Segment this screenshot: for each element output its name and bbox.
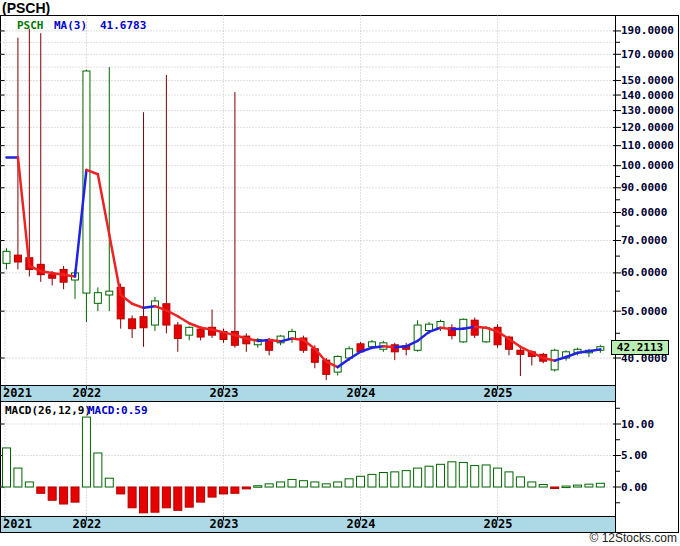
ma-segment xyxy=(395,346,406,347)
macd-bar-positive xyxy=(311,482,319,487)
macd-bar-positive xyxy=(322,484,330,487)
macd-bar-positive xyxy=(334,482,342,487)
ma-segment xyxy=(41,271,52,273)
macd-bar-positive xyxy=(448,462,456,487)
ma-segment xyxy=(178,316,189,323)
macd-bar-positive xyxy=(277,482,285,487)
ma-segment xyxy=(589,349,600,351)
macd-bar-positive xyxy=(368,474,376,487)
macd-bar-positive xyxy=(562,486,570,488)
candle-down xyxy=(14,255,21,262)
legend-ma-label: MA(3) xyxy=(54,19,87,32)
candle-down xyxy=(517,350,524,354)
candle-up xyxy=(483,328,490,342)
macd-bar-negative xyxy=(197,487,205,502)
ma-segment xyxy=(52,273,63,275)
macd-bar-positive xyxy=(299,481,307,487)
macd-bar-positive xyxy=(471,466,479,487)
macd-bar-positive xyxy=(288,479,296,487)
macd-pane-frame xyxy=(1,402,616,517)
ma-segment xyxy=(372,346,383,347)
year-label: 2023 xyxy=(209,386,238,401)
macd-bar-negative xyxy=(37,487,45,493)
ma-segment xyxy=(269,340,280,341)
macd-bar-positive xyxy=(82,417,90,487)
ma-segment xyxy=(18,157,29,266)
ma-segment xyxy=(578,351,589,353)
macd-bar-negative xyxy=(174,487,182,510)
stock-chart-screenshot: (PSCH) PSCH MA(3) 41.6783 MACD(26,12,9) … xyxy=(0,0,680,546)
candle-down xyxy=(163,304,170,325)
legend-symbol: PSCH xyxy=(17,19,44,32)
macd-bar-negative xyxy=(231,487,239,493)
macd-bar-negative xyxy=(117,487,125,494)
macd-axis-label: 0.00 xyxy=(621,482,648,493)
macd-bar-positive xyxy=(516,477,524,487)
candle-up xyxy=(368,342,375,347)
ma-segment xyxy=(383,346,394,347)
macd-bar-positive xyxy=(14,468,22,487)
macd-bar-negative xyxy=(48,487,56,500)
ma-segment xyxy=(144,306,155,308)
ma-segment xyxy=(98,174,109,234)
ma-segment xyxy=(292,338,303,339)
candle-up xyxy=(426,324,433,330)
macd-bar-positive xyxy=(3,448,11,487)
chart-canvas xyxy=(0,0,680,546)
price-axis-label: 100.0000 xyxy=(621,160,674,171)
price-axis-label: 110.0000 xyxy=(621,140,674,151)
year-label: 2024 xyxy=(347,517,376,532)
macd-legend-value: MACD:0.59 xyxy=(88,404,148,417)
price-axis-label: 170.0000 xyxy=(621,49,674,60)
ma-segment xyxy=(475,327,486,328)
price-axis-label: 120.0000 xyxy=(621,122,674,133)
macd-bar-negative xyxy=(551,487,559,489)
candle-up xyxy=(151,301,158,325)
year-label: 2024 xyxy=(347,386,376,401)
price-axis-label: 140.0000 xyxy=(621,90,674,101)
macd-bar-negative xyxy=(162,487,170,508)
candle-down xyxy=(140,317,147,328)
macd-bar-positive xyxy=(94,453,102,487)
year-label: 2021 xyxy=(3,517,32,532)
price-axis-label: 70.0000 xyxy=(621,235,667,246)
macd-bar-positive xyxy=(494,468,502,487)
macd-bar-negative xyxy=(140,487,148,513)
macd-bar-positive xyxy=(345,479,353,487)
macd-axis-label: 10.00 xyxy=(621,419,654,430)
macd-bar-positive xyxy=(436,464,444,487)
macd-bar-positive xyxy=(528,482,536,487)
candle-up xyxy=(460,319,467,342)
macd-bar-negative xyxy=(60,487,68,504)
macd-bar-positive xyxy=(574,485,582,487)
macd-bar-positive xyxy=(391,472,399,487)
year-label: 2025 xyxy=(484,386,513,401)
macd-bar-positive xyxy=(482,465,490,487)
watermark: © 12Stocks.com xyxy=(589,531,677,545)
macd-bar-positive xyxy=(402,471,410,487)
macd-bar-positive xyxy=(414,468,422,487)
macd-bar-positive xyxy=(596,483,604,487)
year-label: 2022 xyxy=(72,386,101,401)
macd-bar-positive xyxy=(265,484,273,487)
price-axis-label: 60.0000 xyxy=(621,267,667,278)
macd-bar-positive xyxy=(459,462,467,487)
ma-segment xyxy=(440,328,451,329)
price-axis-label: 90.0000 xyxy=(621,182,667,193)
macd-bar-negative xyxy=(242,487,250,489)
price-pane-frame xyxy=(1,16,616,386)
last-price-badge: 42.2113 xyxy=(611,340,669,355)
candle-down xyxy=(129,319,136,329)
macd-bar-positive xyxy=(105,478,113,487)
candle-down xyxy=(197,329,204,337)
price-axis-label: 50.0000 xyxy=(621,306,667,317)
candle-up xyxy=(3,251,10,263)
ma-segment xyxy=(109,235,120,295)
macd-bar-positive xyxy=(357,476,365,487)
macd-bar-positive xyxy=(379,473,387,487)
price-axis-label: 190.0000 xyxy=(621,25,674,36)
candle-up xyxy=(106,291,113,295)
macd-bar-positive xyxy=(585,484,593,487)
macd-legend-label: MACD(26,12,9) xyxy=(5,404,91,417)
macd-bar-positive xyxy=(25,482,33,487)
